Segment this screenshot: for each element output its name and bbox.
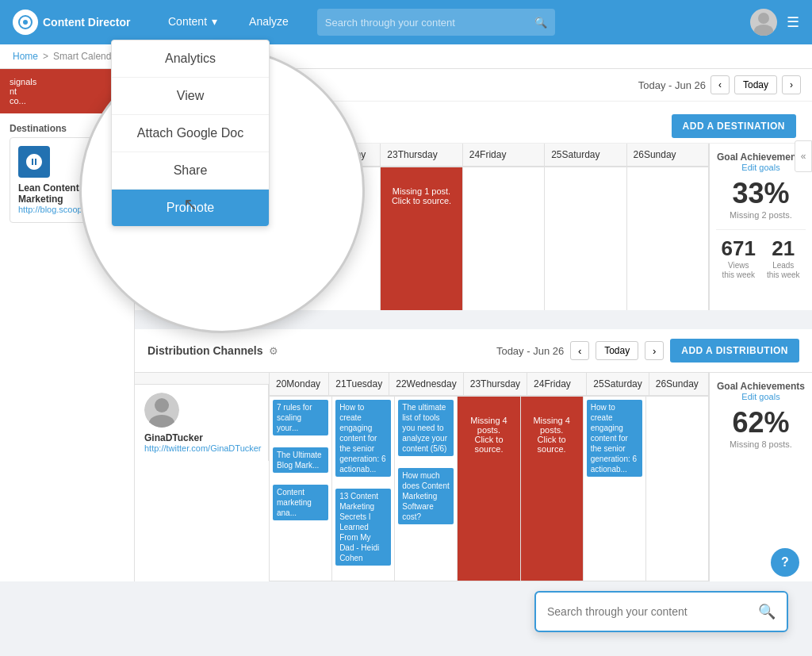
dist-item-6-time: 6:54 AM [398, 458, 454, 466]
context-attach[interactable]: Attach Google Doc [112, 115, 269, 152]
dist-header-row: 20Monday 21Tuesday 22Wednesday 23Thursda… [270, 373, 709, 397]
missing-post-text[interactable]: Missing 1 post.Click to source. [384, 171, 458, 221]
dist-item-4-time: 7:00 AM [335, 478, 391, 486]
dist-item-5[interactable]: 13 Content Marketing Secrets I Learned F… [335, 489, 391, 566]
dist-header-tue: 21Tuesday [329, 373, 389, 396]
dist-user-header-empty [135, 373, 269, 385]
context-analytics[interactable]: Analytics [112, 40, 269, 78]
dist-item-8-time: 9:33 AM [587, 478, 642, 486]
dist-cell-sun [646, 397, 709, 581]
dist-date-range: Today - Jun 26 [496, 345, 564, 357]
dist-goal-edit[interactable]: Edit goals [716, 392, 806, 401]
header-search-input[interactable] [325, 17, 534, 29]
dist-grid-container: GinaDTucker http://twitter.com/GinaDTuck… [135, 373, 812, 581]
avatar[interactable] [750, 9, 777, 36]
cal-cell-sun [627, 167, 709, 310]
cursor-icon: ↖ [183, 194, 197, 215]
dist-cell-mon: 7 rules for scaling your... 7:09 AM The … [270, 397, 332, 581]
logo-text: Content Director [43, 16, 130, 29]
context-view[interactable]: View [112, 78, 269, 115]
dist-item-2-time: 7:12 AM [273, 474, 328, 482]
cal-header-fri: 24Friday [463, 144, 545, 167]
dist-item-1[interactable]: 7 rules for scaling your... [273, 400, 328, 435]
dist-header-sun: 26Sunday [649, 373, 709, 396]
dist-item-7[interactable]: How much does Content Marketing Software… [398, 468, 454, 524]
header-search[interactable]: 🔍 [317, 9, 555, 36]
breadcrumb-home[interactable]: Home [13, 51, 38, 62]
search-icon: 🔍 [534, 17, 547, 29]
dist-item-3[interactable]: Content marketing ana... [273, 485, 328, 520]
date-nav: Today - Jun 26 ‹ Today › [638, 75, 801, 94]
cal-cell-sat [545, 167, 626, 310]
dist-missing-thu[interactable]: Missing 4 posts.Click to source. [461, 400, 516, 470]
add-destination-btn[interactable]: ADD A DESTINATION [672, 114, 796, 138]
dist-next-btn[interactable]: › [645, 341, 664, 360]
date-range: Today - Jun 26 [638, 79, 706, 91]
dist-userlink[interactable]: http://twitter.com/GinaDTucker [144, 443, 262, 453]
context-menu: Analytics View Attach Google Doc Share P… [111, 40, 270, 227]
goal-edit-link[interactable]: Edit goals [716, 163, 806, 172]
cal-cell-fri [463, 167, 545, 310]
dist-content-row: 7 rules for scaling your... 7:09 AM The … [270, 397, 709, 581]
svg-point-1 [23, 20, 28, 25]
goal-percentage: 33% [716, 177, 806, 210]
dist-prev-btn[interactable]: ‹ [570, 341, 589, 360]
goal-missing-text: Missing 2 posts. [716, 210, 806, 220]
add-distribution-btn[interactable]: ADD A DISTRIBUTION [670, 339, 799, 363]
dist-cell-tue: How to create engaging content for the s… [332, 397, 395, 581]
dist-item-8[interactable]: How to create engaging content for the s… [587, 400, 642, 477]
app-header: Content Director Content ▾ Analyze 🔍 ☰ [0, 0, 812, 44]
dist-header-sat: 25Saturday [587, 373, 649, 396]
dist-cell-wed: The ultimate list of tools you need to a… [395, 397, 458, 581]
dist-cell-fri-missing[interactable]: Missing 4 posts.Click to source. [521, 397, 584, 581]
views-num: 671 [716, 236, 761, 261]
help-button[interactable]: ? [771, 548, 799, 577]
dist-header: Distribution Channels ⚙ Today - Jun 26 ‹… [135, 329, 812, 373]
dist-cell-thu-missing[interactable]: Missing 4 posts.Click to source. [458, 397, 520, 581]
svg-point-2 [758, 13, 769, 24]
dist-missing-fri[interactable]: Missing 4 posts.Click to source. [524, 400, 580, 470]
cal-header-sun: 26Sunday [627, 144, 709, 167]
context-share[interactable]: Share [112, 152, 269, 190]
cal-cell-thu-missing[interactable]: Missing 1 post.Click to source. [381, 167, 462, 310]
dist-header-wed: 22Wednesday [389, 373, 464, 396]
dist-username: GinaDTucker [144, 432, 203, 443]
goal-title: Goal Achievements [716, 152, 806, 163]
dist-item-5-time: 9:51 AM [335, 567, 391, 575]
next-week-btn[interactable]: › [782, 75, 801, 94]
leads-num: 21 [761, 236, 806, 261]
dist-goal-panel: Goal Achievements Edit goals 62% Missing… [709, 373, 812, 581]
dist-goal-missing: Missing 8 posts. [716, 439, 806, 449]
dist-user-col: GinaDTucker http://twitter.com/GinaDTuck… [135, 373, 270, 581]
dest-url[interactable]: http://blog.scoop.it [18, 205, 89, 214]
context-promote[interactable]: Promote ↖ [112, 190, 269, 226]
dist-today-btn[interactable]: Today [596, 341, 638, 360]
dist-goal-pct: 62% [716, 406, 806, 439]
distribution-section: Distribution Channels ⚙ Today - Jun 26 ‹… [135, 329, 812, 581]
chevron-down-icon: ▾ [212, 15, 217, 28]
dist-item-3-time: 9:55 AM [273, 522, 328, 530]
leads-stat: 21 Leadsthis week [761, 236, 806, 280]
dist-item-6[interactable]: The ultimate list of tools you need to a… [398, 400, 454, 456]
nav-analyze[interactable]: Analyze [233, 0, 304, 44]
header-right: ☰ [750, 9, 799, 36]
signals-label: signals [10, 77, 124, 86]
dist-item-4[interactable]: How to create engaging content for the s… [335, 400, 391, 477]
dist-item-7-time: 10:07 AM [398, 526, 454, 534]
breadcrumb-current: Smart Calendar [53, 51, 120, 62]
nav-content[interactable]: Content ▾ [152, 0, 233, 44]
menu-icon[interactable]: ☰ [787, 13, 799, 31]
main-nav: Content ▾ Analyze [152, 0, 304, 44]
prev-week-btn[interactable]: ‹ [710, 75, 730, 94]
dist-header-mon: 20Monday [270, 373, 329, 396]
dist-date-nav: Today - Jun 26 ‹ Today › ADD A DISTRIBUT… [496, 339, 799, 363]
sidebar-collapse-btn[interactable]: « [795, 140, 812, 172]
svg-point-3 [754, 25, 773, 36]
dist-item-2[interactable]: The Ultimate Blog Mark... [273, 447, 328, 473]
settings-icon[interactable]: ⚙ [269, 345, 278, 357]
dist-header-fri: 24Friday [527, 373, 587, 396]
today-btn[interactable]: Today [734, 75, 777, 94]
content-label: nt [10, 86, 124, 96]
dist-item-1-time: 7:09 AM [273, 437, 328, 445]
goal-stats: 671 Viewsthis week 21 Leadsthis week [716, 229, 806, 280]
